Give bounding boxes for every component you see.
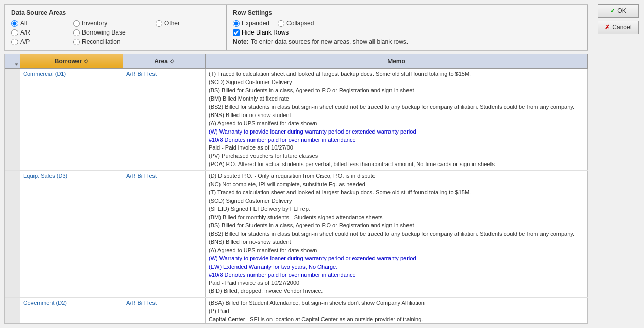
- borrower-cell: Government (D2): [20, 298, 123, 323]
- table-header: ▼ Borrower ◇ Area ◇ Memo: [5, 54, 588, 69]
- row-settings-section: Row Settings Expanded Collapsed Hide Bla…: [226, 5, 588, 50]
- area-cell: A/R Bill Test: [123, 298, 206, 323]
- cancel-button[interactable]: ✗ Cancel: [598, 21, 639, 34]
- memo-line: (D) Disputed P.O. - Only a requisition f…: [209, 172, 584, 181]
- memo-line: (BS2) Billed for students in class but s…: [209, 103, 584, 111]
- memo-line: (BS) Billed for Students in a class, Agr…: [209, 222, 584, 230]
- memo-line: (SFEID) Signed FEI Delivery by FEI rep.: [209, 205, 584, 214]
- memo-line: Paid - Paid invoice as of 10/27/00: [209, 144, 584, 152]
- hide-blank-rows-row: Hide Blank Rows: [233, 29, 581, 36]
- memo-line: (A) Agreed to UPS manifest for date show…: [209, 120, 584, 128]
- memo-line: (BM) Billed Monthly at fixed rate: [209, 95, 584, 103]
- memo-line: (A) Agreed to UPS manifest for date show…: [209, 247, 584, 255]
- memo-line: (BS) Billed for Students in a class, Agr…: [209, 87, 584, 95]
- note-label: Note:: [233, 38, 249, 45]
- ok-button[interactable]: ✓ OK: [598, 4, 639, 18]
- area-cell: A/R Bill Test: [123, 171, 206, 297]
- memo-line: Capital Center - SEI is on location at C…: [209, 316, 584, 323]
- data-table: ▼ Borrower ◇ Area ◇ Memo Commercial (D1)…: [4, 54, 588, 324]
- memo-cell: (BSA) Billed for Student Attendance, but…: [206, 298, 588, 323]
- memo-line: (SCD) Signed Customer Delivery: [209, 78, 584, 87]
- data-source-section: Data Source Areas All Inventory Other A/…: [5, 5, 226, 50]
- col-header-borrower[interactable]: Borrower ◇: [20, 54, 123, 68]
- radio-expanded[interactable]: Expanded: [233, 20, 269, 27]
- memo-line: (P) Paid: [209, 307, 584, 316]
- radio-borrowing-base[interactable]: Borrowing Base: [73, 29, 156, 36]
- radio-ar[interactable]: A/R: [11, 29, 73, 36]
- memo-line: (BSA) Billed for Student Attendance, but…: [209, 299, 584, 307]
- memo-line: (EW) Extended Warranty for two years, No…: [209, 263, 584, 271]
- area-cell: A/R Bill Test: [123, 69, 206, 170]
- radio-inventory[interactable]: Inventory: [73, 20, 156, 27]
- row-indicator: [5, 69, 20, 170]
- memo-line: (BID) Billed, dropped, invoice Vendor In…: [209, 287, 584, 296]
- borrower-cell: Equip. Sales (D3): [20, 171, 123, 297]
- memo-line: (BM) Billed for monthly students - Stude…: [209, 214, 584, 222]
- table-row[interactable]: Government (D2)A/R Bill Test(BSA) Billed…: [5, 298, 588, 323]
- area-sort-icon: ◇: [170, 58, 174, 64]
- memo-line: #10/8 Denotes number paid for over numbe…: [209, 136, 584, 144]
- radio-all[interactable]: All: [11, 20, 73, 27]
- data-source-title: Data Source Areas: [11, 9, 219, 17]
- memo-line: (BNS) Billed for no-show student: [209, 111, 584, 120]
- radio-ap[interactable]: A/P: [11, 38, 73, 45]
- borrower-cell: Commercial (D1): [20, 69, 123, 170]
- memo-line: Paid - Paid invoice as of 10/27/2000: [209, 279, 584, 287]
- col-header-area[interactable]: Area ◇: [123, 54, 206, 68]
- radio-collapsed[interactable]: Collapsed: [278, 20, 314, 27]
- memo-line: (POA) P.O. Altered for actual students p…: [209, 160, 584, 169]
- row-settings-expanded-row: Expanded Collapsed: [233, 20, 581, 27]
- memo-line: (SCD) Signed Customer Delivery: [209, 197, 584, 205]
- row-indicator: [5, 171, 20, 297]
- check-icon: ✓: [610, 7, 615, 14]
- row-settings-title: Row Settings: [233, 9, 581, 17]
- radio-grid: All Inventory Other A/R Borrowing Base: [11, 20, 219, 45]
- memo-line: (NC) Not complete, IPI will complete, su…: [209, 181, 584, 189]
- memo-line: (W) Warranty to provide loaner during wa…: [209, 128, 584, 136]
- memo-line: (T) Traced to calculation sheet and look…: [209, 70, 584, 78]
- memo-line: (W) Warranty to provide loaner during wa…: [209, 255, 584, 263]
- memo-line: #10/8 Denotes number paid for over numbe…: [209, 271, 584, 280]
- corner-triangle: ▼: [14, 62, 19, 67]
- row-indicator: [5, 298, 20, 323]
- row-settings-note: Note: To enter data sources for new area…: [233, 38, 581, 45]
- memo-line: (BNS) Billed for no-show student: [209, 238, 584, 247]
- memo-line: (PV) Purchased vouchers for future class…: [209, 152, 584, 160]
- memo-line: (BS2) Billed for students in class but s…: [209, 230, 584, 238]
- header-corner: ▼: [5, 54, 20, 68]
- radio-reconciliation[interactable]: Reconciliation: [73, 38, 156, 45]
- x-icon: ✗: [605, 24, 610, 31]
- table-body[interactable]: Commercial (D1)A/R Bill Test(T) Traced t…: [5, 69, 588, 323]
- table-row[interactable]: Commercial (D1)A/R Bill Test(T) Traced t…: [5, 69, 588, 171]
- memo-cell: (T) Traced to calculation sheet and look…: [206, 69, 588, 170]
- table-row[interactable]: Equip. Sales (D3)A/R Bill Test(D) Disput…: [5, 171, 588, 298]
- col-header-memo[interactable]: Memo: [206, 54, 588, 68]
- note-text: To enter data sources for new areas, sho…: [251, 38, 408, 45]
- radio-other[interactable]: Other: [156, 20, 217, 27]
- memo-line: (T) Traced to calculation sheet and look…: [209, 189, 584, 197]
- borrower-sort-icon: ◇: [84, 58, 88, 64]
- side-buttons: ✓ OK ✗ Cancel: [592, 0, 644, 328]
- hide-blank-rows-checkbox[interactable]: Hide Blank Rows: [233, 29, 289, 36]
- memo-cell: (D) Disputed P.O. - Only a requisition f…: [206, 171, 588, 297]
